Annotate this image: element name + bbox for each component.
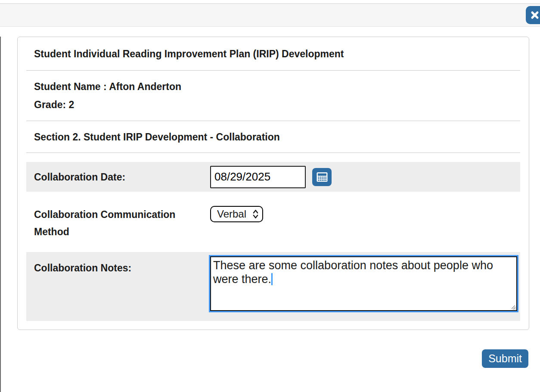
selected-option-label: Verbal	[217, 208, 246, 220]
communication-method-select[interactable]: Verbal	[210, 206, 263, 222]
communication-method-row: Collaboration Communication Method Verba…	[26, 192, 520, 252]
collaboration-date-label: Collaboration Date:	[26, 168, 210, 186]
modal-body: Student Individual Reading Improvement P…	[0, 37, 540, 392]
close-icon	[530, 10, 540, 20]
form-title: Student Individual Reading Improvement P…	[26, 47, 520, 71]
irip-form-panel: Student Individual Reading Improvement P…	[17, 37, 529, 330]
calendar-icon	[316, 171, 328, 183]
submit-row: Submit	[1, 349, 528, 368]
calendar-button[interactable]	[312, 168, 332, 186]
student-name-line: Student Name : Afton Anderton	[34, 78, 512, 96]
close-button[interactable]	[526, 6, 540, 24]
resize-handle-icon[interactable]	[510, 304, 515, 309]
communication-method-value: Verbal	[210, 206, 263, 222]
grade-line: Grade: 2	[34, 96, 512, 114]
collaboration-date-input[interactable]	[210, 166, 306, 188]
collaboration-date-value	[210, 166, 332, 188]
top-gap	[0, 0, 540, 3]
section-heading: Section 2. Student IRIP Development - Co…	[26, 121, 520, 153]
select-arrows-icon	[252, 208, 259, 220]
collaboration-notes-textarea[interactable]: These are some collaboration notes about…	[210, 256, 517, 311]
collaboration-notes-label: Collaboration Notes:	[26, 256, 210, 277]
text-cursor	[271, 273, 273, 285]
submit-button[interactable]: Submit	[482, 349, 528, 368]
notes-text: These are some collaboration notes about…	[213, 259, 493, 286]
communication-method-label: Collaboration Communication Method	[26, 206, 210, 240]
collaboration-notes-value: These are some collaboration notes about…	[210, 256, 517, 311]
student-info-block: Student Name : Afton Anderton Grade: 2	[26, 71, 520, 121]
collaboration-notes-row: Collaboration Notes: These are some coll…	[26, 252, 520, 321]
modal-header	[0, 3, 540, 27]
collaboration-date-row: Collaboration Date:	[26, 162, 520, 192]
